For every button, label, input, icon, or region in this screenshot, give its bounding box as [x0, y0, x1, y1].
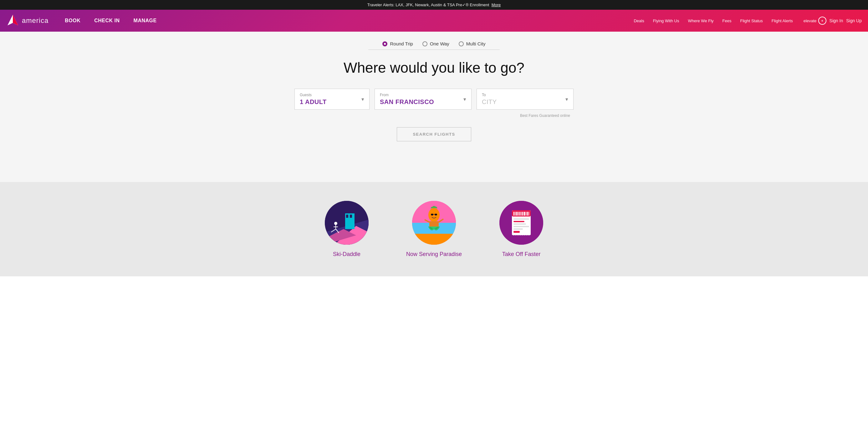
ski-daddle-image [325, 201, 369, 245]
round-trip-radio[interactable] [382, 41, 388, 46]
search-btn-wrapper: SEARCH FLIGHTS [397, 127, 471, 141]
nav-flight-status[interactable]: Flight Status [736, 10, 767, 32]
paradise-svg [412, 201, 456, 245]
guests-dropdown-icon: ▼ [361, 97, 365, 102]
nav-flying-with-us[interactable]: Flying With Us [649, 10, 684, 32]
to-label: To [482, 93, 568, 97]
elevate-button[interactable]: elevate + [804, 17, 826, 25]
virgin-logo-icon [6, 14, 20, 27]
main-nav: america BOOK CHECK IN MANAGE Deals Flyin… [0, 10, 868, 32]
hero-section: Round Trip One Way Multi City Where woul… [0, 32, 868, 182]
round-trip-option[interactable]: Round Trip [382, 41, 413, 46]
from-value: SAN FRANCISCO [380, 98, 466, 106]
svg-marker-1 [13, 15, 18, 25]
to-field[interactable]: To CITY ▼ [476, 89, 574, 110]
main-heading: Where would you like to go? [344, 59, 524, 76]
promo-take-off-faster[interactable]: Take Off Faster [499, 201, 543, 258]
svg-rect-45 [514, 226, 529, 227]
guests-field[interactable]: Guests 1 ADULT ▼ [294, 89, 370, 110]
svg-rect-33 [516, 212, 518, 216]
guests-label: Guests [300, 93, 364, 97]
signin-button[interactable]: Sign In [830, 18, 843, 23]
best-fares-text: Best Fares Guaranteed online [298, 113, 570, 118]
multi-city-radio[interactable] [459, 41, 464, 46]
svg-rect-43 [514, 221, 524, 222]
svg-rect-40 [527, 212, 528, 216]
promo-now-serving-paradise[interactable]: Now Serving Paradise [406, 201, 462, 258]
ski-daddle-svg [325, 201, 369, 245]
from-dropdown-icon: ▼ [463, 97, 467, 102]
to-placeholder: CITY [482, 98, 568, 106]
round-trip-label: Round Trip [390, 41, 413, 46]
multi-city-option[interactable]: Multi City [459, 41, 486, 46]
svg-point-9 [334, 222, 337, 225]
one-way-label: One Way [430, 41, 450, 46]
search-flights-button[interactable]: SEARCH FLIGHTS [397, 127, 471, 141]
svg-rect-37 [522, 212, 523, 216]
right-nav: elevate + Sign In Sign Up [804, 17, 862, 25]
trip-type-selector: Round Trip One Way Multi City [382, 41, 485, 46]
search-form: Guests 1 ADULT ▼ From SAN FRANCISCO ▼ To… [294, 89, 574, 110]
svg-rect-23 [435, 214, 437, 215]
elevate-icon: + [818, 17, 826, 25]
svg-rect-17 [412, 234, 456, 245]
svg-rect-22 [431, 214, 433, 215]
elevate-label: elevate [804, 19, 817, 23]
nav-flight-alerts[interactable]: Flight Alerts [767, 10, 797, 32]
nav-where-we-fly[interactable]: Where We Fly [683, 10, 718, 32]
nav-fees[interactable]: Fees [718, 10, 736, 32]
nav-checkin[interactable]: CHECK IN [87, 10, 126, 32]
alert-text: Traveler Alerts: LAX, JFK, Newark, Austi… [367, 2, 489, 7]
svg-rect-32 [515, 212, 516, 216]
signup-button[interactable]: Sign Up [846, 18, 862, 23]
nav-book[interactable]: BOOK [58, 10, 87, 32]
svg-rect-38 [524, 212, 525, 216]
guests-value: 1 ADULT [300, 98, 364, 106]
takeoff-svg [499, 201, 543, 245]
secondary-nav: Deals Flying With Us Where We Fly Fees F… [629, 10, 797, 32]
alert-bar: Traveler Alerts: LAX, JFK, Newark, Austi… [0, 0, 868, 10]
one-way-option[interactable]: One Way [423, 41, 450, 46]
svg-point-19 [428, 208, 440, 222]
svg-rect-36 [521, 212, 522, 216]
paradise-label: Now Serving Paradise [406, 251, 462, 258]
from-field[interactable]: From SAN FRANCISCO ▼ [375, 89, 471, 110]
svg-rect-35 [520, 212, 520, 216]
to-dropdown-icon: ▼ [564, 97, 569, 102]
promo-ski-daddle[interactable]: Ski-Daddle [325, 201, 369, 258]
ski-daddle-label: Ski-Daddle [333, 251, 361, 258]
primary-nav: BOOK CHECK IN MANAGE [58, 10, 163, 32]
svg-rect-41 [528, 212, 529, 216]
one-way-radio[interactable] [423, 41, 427, 46]
svg-rect-8 [350, 215, 352, 218]
paradise-image [412, 201, 456, 245]
alert-more-link[interactable]: More [492, 2, 501, 7]
takeoff-label: Take Off Faster [502, 251, 541, 258]
logo-text: america [22, 17, 49, 25]
nav-deals[interactable]: Deals [629, 10, 648, 32]
svg-rect-44 [514, 223, 526, 225]
svg-rect-31 [514, 212, 515, 216]
promo-section: Ski-Daddle [0, 182, 868, 276]
logo[interactable]: america [6, 14, 49, 27]
svg-rect-46 [514, 228, 523, 230]
svg-rect-7 [346, 215, 348, 218]
takeoff-image [499, 201, 543, 245]
from-label: From [380, 93, 466, 97]
trip-divider [368, 50, 500, 50]
multi-city-label: Multi City [466, 41, 486, 46]
svg-rect-47 [514, 231, 520, 233]
svg-rect-39 [526, 212, 526, 216]
svg-rect-42 [514, 218, 529, 220]
nav-manage[interactable]: MANAGE [127, 10, 164, 32]
svg-rect-34 [518, 212, 519, 216]
